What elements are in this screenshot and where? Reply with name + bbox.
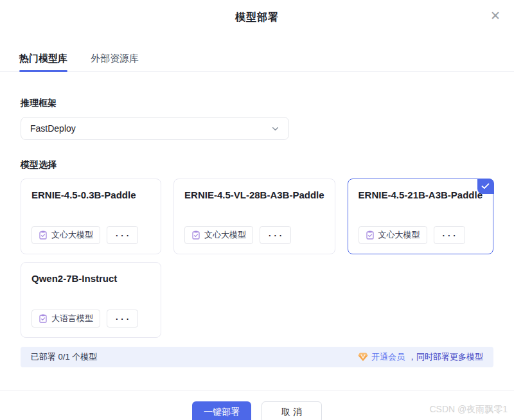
- more-tags-button[interactable]: ···: [434, 226, 465, 244]
- more-tags-button[interactable]: ···: [107, 226, 138, 244]
- more-tags-button[interactable]: ···: [260, 226, 291, 244]
- one-click-deploy-button[interactable]: 一键部署: [192, 401, 251, 420]
- tab-external-resource-library[interactable]: 外部资源库: [91, 53, 139, 71]
- tag-row: 文心大模型 ···: [184, 226, 291, 244]
- model-tag-chip: 文心大模型: [184, 226, 253, 244]
- framework-section-label: 推理框架: [21, 98, 493, 109]
- cancel-button[interactable]: 取 消: [261, 401, 322, 420]
- tag-row: 文心大模型 ···: [31, 226, 138, 244]
- model-tag-label: 文心大模型: [51, 229, 93, 241]
- tag-row: 大语言模型 ···: [31, 310, 138, 328]
- model-name: ERNIE-4.5-21B-A3B-Paddle: [359, 189, 483, 200]
- dialog-footer: 一键部署 取 消: [0, 390, 514, 420]
- active-tab-underline: [19, 70, 67, 72]
- framework-selected-value: FastDeploy: [30, 123, 76, 134]
- clipboard-check-icon: [39, 314, 48, 323]
- model-tag-chip: 文心大模型: [359, 226, 427, 244]
- close-icon: ✕: [490, 10, 501, 22]
- framework-select[interactable]: FastDeploy: [21, 117, 289, 140]
- model-card-qwen2-7b[interactable]: Qwen2-7B-Instruct 大语言模型 ···: [21, 262, 161, 338]
- clipboard-check-icon: [39, 231, 48, 240]
- deployed-count-text: 已部署 0/1 个模型: [31, 351, 97, 363]
- tab-label: 热门模型库: [19, 53, 67, 64]
- check-icon: [481, 183, 490, 189]
- model-card-ernie-vl-28b[interactable]: ERNIE-4.5-VL-28B-A3B-Paddle 文心大模型 ···: [173, 179, 335, 254]
- dialog-title: 模型部署: [235, 12, 279, 22]
- model-section-label: 模型选择: [21, 159, 493, 171]
- clipboard-check-icon: [191, 231, 200, 240]
- model-tag-label: 大语言模型: [51, 313, 93, 324]
- model-tag-chip: 文心大模型: [31, 226, 100, 244]
- dialog-header: 模型部署 ✕: [0, 0, 514, 24]
- model-card-ernie-0-3b[interactable]: ERNIE-4.5-0.3B-Paddle 文心大模型 ···: [21, 179, 161, 254]
- close-button[interactable]: ✕: [488, 8, 502, 22]
- model-tag-chip: 大语言模型: [31, 310, 100, 328]
- model-name: Qwen2-7B-Instruct: [31, 273, 150, 284]
- more-tags-button[interactable]: ···: [107, 310, 138, 328]
- tab-label: 外部资源库: [91, 53, 139, 64]
- model-card-ernie-21b-selected[interactable]: ERNIE-4.5-21B-A3B-Paddle 文心大模型 ···: [348, 179, 493, 254]
- chevron-down-icon: [271, 125, 279, 133]
- deploy-status-bar: 已部署 0/1 个模型 开通会员，同时部署更多模型: [21, 347, 493, 367]
- selected-badge: [477, 179, 494, 194]
- tag-row: 文心大模型 ···: [359, 226, 465, 244]
- vip-suffix-text: ，同时部署更多模型: [408, 351, 483, 363]
- clipboard-check-icon: [366, 231, 375, 240]
- tab-bar: 热门模型库 外部资源库: [0, 53, 514, 72]
- model-tag-label: 文心大模型: [378, 229, 420, 241]
- model-tag-label: 文心大模型: [204, 229, 246, 241]
- vip-link-text: 开通会员: [371, 351, 405, 363]
- tab-hot-model-library[interactable]: 热门模型库: [19, 53, 67, 71]
- model-name: ERNIE-4.5-VL-28B-A3B-Paddle: [184, 189, 324, 200]
- model-card-grid: ERNIE-4.5-0.3B-Paddle 文心大模型 ··· ERNIE-4.…: [21, 179, 493, 338]
- vip-badge-icon: [358, 353, 368, 362]
- model-name: ERNIE-4.5-0.3B-Paddle: [31, 189, 150, 200]
- vip-upgrade-link[interactable]: 开通会员，同时部署更多模型: [358, 351, 483, 363]
